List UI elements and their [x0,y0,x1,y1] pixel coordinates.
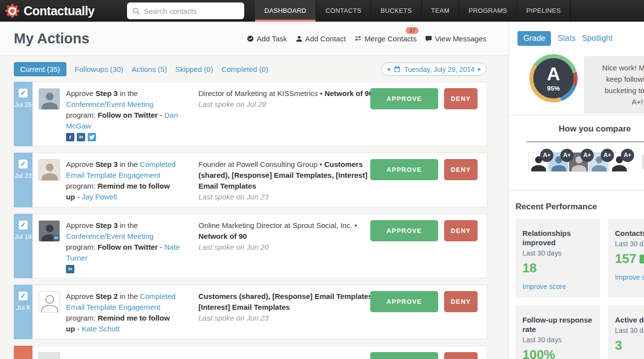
next-day-icon[interactable]: ▶ [478,67,481,71]
search-input[interactable] [144,7,227,15]
tab-skipped[interactable]: Skipped (0) [175,65,213,73]
tab-grade[interactable]: Grade [517,31,551,46]
deny-button[interactable]: DENY [444,352,478,359]
brand-logo[interactable]: Contactually [0,3,95,18]
contact-info: Customers (shared), [Response] Email Tem… [198,291,375,324]
improve-score-link[interactable]: Improve score [522,283,593,291]
contact-info: Online Marketing Director at Sprout Soci… [198,220,375,253]
bubble-line: keep following up and [589,73,644,85]
view-messages-label: View Messages [435,34,486,43]
view-messages-button[interactable]: View Messages [425,34,486,43]
grade-badge: A+ [601,149,614,162]
merge-arrows-icon [354,34,362,42]
contact-avatar[interactable] [38,291,60,313]
divider [526,141,644,142]
social-icons: f in [66,133,180,141]
linkedin-badge-icon: in [53,235,59,241]
compare-all-button[interactable]: ALL [642,155,644,169]
tab-stats[interactable]: Stats [557,34,575,43]
action-card: Approve Step 3 in the Completed Email Te… [32,153,487,207]
action-date-strip: Jul 19 [14,214,32,278]
deny-button[interactable]: DENY [444,159,478,180]
performance-cards: Relationships improved Last 30 days 18 I… [515,219,644,359]
gear-icon [5,3,20,18]
action-description: Approve Step 3 in the Completed Email Te… [66,159,180,202]
approve-button[interactable]: APPROVE [370,220,438,241]
grade-badge: A+ [621,149,634,162]
merge-contacts-button[interactable]: Merge Contacts 37 [354,34,417,43]
contact-avatar[interactable] [38,88,60,110]
person-sketch-icon [39,292,60,313]
nav-item-team[interactable]: TEAM [422,0,459,22]
metric-value: 3 [615,338,644,353]
facebook-icon[interactable]: f [66,133,74,141]
person-silhouette-icon [39,89,60,110]
date-picker[interactable]: ◀ Tuesday, July 29, 2014 ▶ [381,63,486,76]
action-date: Jul 19 [15,233,32,240]
grade-letter: A [547,65,560,83]
filter-tabs-row: Current (35) Followups (30) Actions (5) … [0,56,508,82]
action-row: Jul 23 Approve Step 3 in the Completed E… [14,153,487,207]
check-circle-icon [247,35,254,42]
last-spoke: Last spoke on Jun 23 [198,313,375,324]
action-description: Approve Step 3 in the Conference/Event M… [66,88,180,141]
add-contact-button[interactable]: Add Contact [295,34,346,43]
action-date: Jul 23 [15,172,32,179]
performance-card: Relationships improved Last 30 days 18 I… [515,219,600,297]
bubble-line: Nice work! Make sure to [589,62,644,73]
action-row: Jul 25 Approve Step 3 in the Conference/… [14,82,487,146]
action-date: Jul 25 [15,101,32,108]
tab-completed[interactable]: Completed (0) [222,65,268,73]
page: Contactually DASHBOARD CONTACTS BUCKETS … [0,0,644,359]
action-row: Jul 19 in Approve Step 3 in the Conferen… [14,214,487,278]
contact-avatar[interactable] [38,159,60,181]
add-task-button[interactable]: Add Task [247,34,287,43]
tab-actions[interactable]: Actions (5) [131,65,167,73]
teammate-avatar[interactable]: A+ [528,152,548,172]
approve-button[interactable]: APPROVE [370,291,438,312]
search-box[interactable] [127,2,244,19]
action-date-strip: Jul 6 [14,285,32,339]
add-contact-label: Add Contact [305,34,346,43]
contact-avatar[interactable] [38,352,60,359]
grade-badge: A+ [540,149,553,162]
tab-current[interactable]: Current (35) [14,62,66,76]
deny-button[interactable]: DENY [444,291,478,312]
sidebar: Grade Stats Spotlight A 95% Nice work! M… [508,22,644,359]
approve-button[interactable]: APPROVE [370,159,438,180]
linkedin-icon[interactable]: in [77,133,85,141]
nav-item-contacts[interactable]: CONTACTS [316,0,371,22]
improve-score-link[interactable]: Improve score [615,273,644,281]
action-row: Jul 6 Approve Step 2 in the Completed Em… [14,285,487,339]
tab-spotlight[interactable]: Spotlight [582,34,612,43]
deny-button[interactable]: DENY [444,220,478,241]
trend-up-badge: ▲ 1 [640,255,644,263]
metric-period: Last 30 days [615,240,644,248]
metric-value: 157 ▲ 1 [615,251,644,266]
last-spoke: Last spoke on Jun 20 [198,242,375,253]
nav-item-programs[interactable]: PROGRAMS [459,0,517,22]
approve-button[interactable]: APPROVE [370,88,438,109]
action-checkbox[interactable] [19,160,28,168]
nav-item-dashboard[interactable]: DASHBOARD [255,0,316,22]
action-checkbox[interactable] [19,221,28,229]
grade-badge: A+ [560,149,574,162]
previous-day-icon[interactable]: ◀ [386,67,389,71]
approve-button[interactable]: APPROVE [370,352,438,359]
nav-item-buckets[interactable]: BUCKETS [371,0,422,22]
twitter-icon[interactable] [88,133,96,141]
action-checkbox[interactable] [19,292,28,300]
grade-badge: A+ [580,149,594,162]
linkedin-icon[interactable]: in [66,265,74,273]
contact-avatar[interactable]: in [38,220,60,242]
actions-list: Jul 25 Approve Step 3 in the Conference/… [0,82,508,359]
metric-period: Last 30 days [615,326,644,334]
tab-followups[interactable]: Followups (30) [75,65,123,73]
nav-item-pipelines[interactable]: PIPELINES [517,0,571,22]
metric-title: Follow-up response rate [522,315,593,334]
action-checkbox[interactable] [19,89,28,98]
performance-heading: Recent Performance [515,202,644,212]
performance-section: Recent Performance Relationships improve… [509,194,644,359]
deny-button[interactable]: DENY [444,88,478,109]
bubble-line: bucketing to keep your [589,85,644,96]
